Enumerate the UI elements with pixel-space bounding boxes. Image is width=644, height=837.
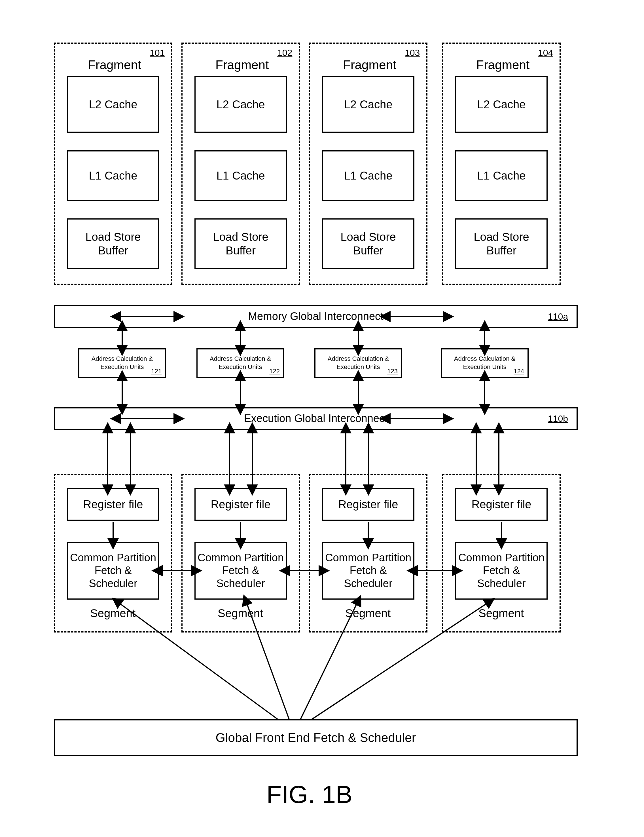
l2-cache-1: L2 Cache <box>67 76 159 133</box>
lsb-4: Load Store Buffer <box>455 218 547 269</box>
lsb-3: Load Store Buffer <box>322 218 415 269</box>
ace-2: Address Calculation & Execution Units 12… <box>197 348 284 378</box>
ace-label: Address Calculation & Execution Units <box>92 355 153 371</box>
l2-cache-4: L2 Cache <box>455 76 547 133</box>
memory-global-interconnect: Memory Global Interconnect 110a <box>54 305 578 328</box>
l2-cache-label: L2 Cache <box>89 98 137 111</box>
ace-id-1: 121 <box>151 368 162 375</box>
l2-cache-2: L2 Cache <box>195 76 287 133</box>
mgi-label: Memory Global Interconnect <box>248 310 383 323</box>
register-file-1: Register file <box>67 488 159 521</box>
fragment-title-3: Fragment <box>343 58 396 72</box>
mgi-id: 110a <box>548 312 568 322</box>
segment-title-2: Segment <box>218 607 263 620</box>
ace-id-4: 124 <box>514 368 524 375</box>
fragment-id-1: 101 <box>150 48 165 58</box>
register-file-2: Register file <box>195 488 287 521</box>
l1-cache-1: L1 Cache <box>67 150 159 201</box>
register-file-3: Register file <box>322 488 415 521</box>
cpfs-1: Common Partition Fetch & Scheduler <box>67 542 159 600</box>
l1-cache-4: L1 Cache <box>455 150 547 201</box>
gfe-label: Global Front End Fetch & Scheduler <box>216 730 416 745</box>
cpfs-3: Common Partition Fetch & Scheduler <box>322 542 415 600</box>
ace-1: Address Calculation & Execution Units 12… <box>78 348 166 378</box>
ace-id-2: 122 <box>269 368 280 375</box>
cpfs-label: Common Partition Fetch & Scheduler <box>70 551 156 590</box>
cpfs-4: Common Partition Fetch & Scheduler <box>455 542 547 600</box>
global-front-end: Global Front End Fetch & Scheduler <box>54 719 578 756</box>
lsb-label: Load Store Buffer <box>85 230 141 257</box>
fragment-title-2: Fragment <box>215 58 269 72</box>
ace-3: Address Calculation & Execution Units 12… <box>315 348 402 378</box>
l1-cache-2: L1 Cache <box>195 150 287 201</box>
egi-id: 110b <box>548 414 568 424</box>
fragment-id-3: 103 <box>405 48 420 58</box>
lsb-1: Load Store Buffer <box>67 218 159 269</box>
segment-title-1: Segment <box>90 607 136 620</box>
fragment-id-4: 104 <box>538 48 553 58</box>
ace-4: Address Calculation & Execution Units 12… <box>441 348 529 378</box>
l1-cache-label: L1 Cache <box>89 169 137 182</box>
egi-label: Execution Global Interconnect <box>244 412 388 425</box>
rf-label: Register file <box>83 497 143 511</box>
l2-cache-3: L2 Cache <box>322 76 415 133</box>
l1-cache-3: L1 Cache <box>322 150 415 201</box>
lsb-2: Load Store Buffer <box>195 218 287 269</box>
fragment-title-1: Fragment <box>88 58 141 72</box>
register-file-4: Register file <box>455 488 547 521</box>
fragment-title-4: Fragment <box>476 58 529 72</box>
execution-global-interconnect: Execution Global Interconnect 110b <box>54 407 578 430</box>
figure-label: FIG. 1B <box>266 780 352 809</box>
fragment-id-2: 102 <box>277 48 292 58</box>
ace-id-3: 123 <box>387 368 398 375</box>
segment-title-3: Segment <box>345 607 391 620</box>
cpfs-2: Common Partition Fetch & Scheduler <box>195 542 287 600</box>
segment-title-4: Segment <box>478 607 524 620</box>
